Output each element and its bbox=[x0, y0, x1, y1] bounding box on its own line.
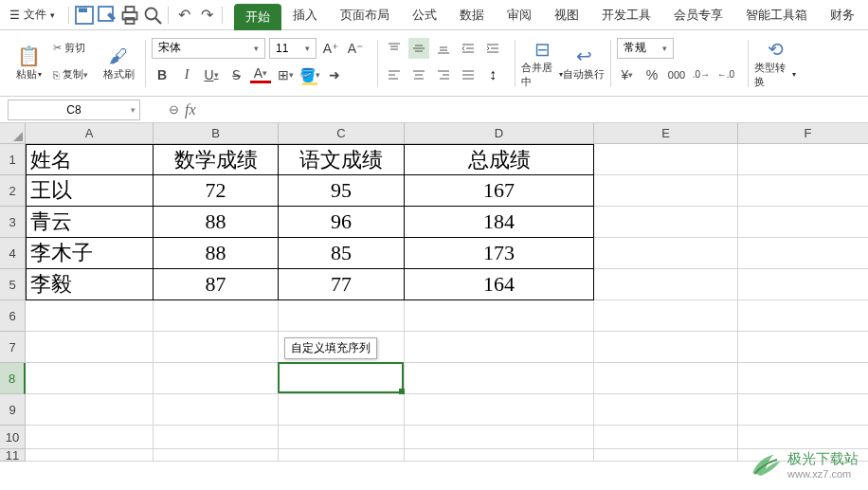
save-as-icon[interactable] bbox=[96, 4, 118, 27]
cell-B8[interactable] bbox=[154, 363, 279, 394]
cell-A6[interactable] bbox=[26, 300, 154, 332]
copy-button[interactable]: ⎘复制▾ bbox=[49, 65, 92, 83]
cell-A3[interactable]: 青云 bbox=[26, 207, 154, 238]
tab-data[interactable]: 数据 bbox=[448, 0, 496, 29]
number-format-select[interactable]: 常规▾ bbox=[617, 38, 674, 59]
row-header-11[interactable]: 11 bbox=[0, 449, 26, 462]
print-preview-icon[interactable] bbox=[141, 4, 164, 27]
cell-C3[interactable]: 96 bbox=[279, 207, 405, 238]
cell-A5[interactable]: 李毅 bbox=[26, 269, 154, 300]
row-header-7[interactable]: 7 bbox=[0, 332, 26, 363]
redo-icon[interactable]: ↷ bbox=[195, 4, 218, 27]
cell-E10[interactable] bbox=[594, 426, 738, 449]
cut-button[interactable]: ✂剪切 bbox=[49, 39, 89, 57]
cell-B3[interactable]: 88 bbox=[154, 207, 279, 238]
cell-A4[interactable]: 李木子 bbox=[26, 238, 154, 269]
cell-B4[interactable]: 88 bbox=[154, 238, 279, 269]
tab-dev[interactable]: 开发工具 bbox=[590, 0, 662, 29]
bold-button[interactable]: B bbox=[152, 64, 172, 85]
save-icon[interactable] bbox=[73, 4, 96, 27]
tab-review[interactable]: 审阅 bbox=[496, 0, 543, 29]
col-header-E[interactable]: E bbox=[594, 123, 738, 144]
borders-button[interactable]: ⊞▾ bbox=[275, 64, 296, 85]
decrease-font-icon[interactable]: A⁻ bbox=[345, 38, 366, 59]
cell-F2[interactable] bbox=[738, 175, 868, 207]
cell-A10[interactable] bbox=[26, 426, 154, 449]
wrap-text-button[interactable]: ↩ 自动换行 bbox=[563, 35, 605, 92]
row-header-9[interactable]: 9 bbox=[0, 394, 26, 426]
formula-input[interactable] bbox=[206, 100, 868, 120]
undo-icon[interactable]: ↶ bbox=[172, 4, 195, 27]
cell-D5[interactable]: 164 bbox=[405, 269, 594, 300]
tab-formula[interactable]: 公式 bbox=[401, 0, 448, 29]
cell-E11[interactable] bbox=[594, 449, 738, 462]
cell-D11[interactable] bbox=[405, 449, 594, 462]
tab-start[interactable]: 开始 bbox=[234, 4, 281, 30]
format-painter-button[interactable]: 🖌 格式刷 bbox=[98, 35, 139, 92]
cell-D4[interactable]: 173 bbox=[405, 238, 594, 269]
cell-D10[interactable] bbox=[405, 426, 594, 449]
type-convert-button[interactable]: ⟲ 类型转换▾ bbox=[754, 35, 796, 92]
cell-C4[interactable]: 85 bbox=[279, 238, 405, 269]
tab-insert[interactable]: 插入 bbox=[281, 0, 329, 29]
cell-C6[interactable] bbox=[279, 300, 405, 332]
cell-B6[interactable] bbox=[154, 300, 279, 332]
cell-F6[interactable] bbox=[738, 300, 868, 332]
cell-E3[interactable] bbox=[594, 207, 738, 238]
cell-B1[interactable]: 数学成绩 bbox=[154, 144, 279, 175]
row-header-1[interactable]: 1 bbox=[0, 144, 26, 175]
cell-A9[interactable] bbox=[26, 394, 154, 426]
cell-F3[interactable] bbox=[738, 207, 868, 238]
row-header-8[interactable]: 8 bbox=[0, 363, 26, 394]
fill-color-button[interactable]: 🪣▾ bbox=[299, 64, 320, 85]
col-header-A[interactable]: A bbox=[26, 123, 154, 144]
cell-E4[interactable] bbox=[594, 238, 738, 269]
cell-C11[interactable] bbox=[279, 449, 405, 462]
increase-decimal-icon[interactable]: .0→ bbox=[691, 64, 712, 85]
cell-A2[interactable]: 王以 bbox=[26, 175, 154, 207]
cell-A11[interactable] bbox=[26, 449, 154, 462]
tab-member[interactable]: 会员专享 bbox=[662, 0, 734, 29]
fx-icon[interactable]: fx bbox=[185, 101, 196, 118]
font-name-select[interactable]: 宋体▾ bbox=[152, 38, 265, 59]
cell-E6[interactable] bbox=[594, 300, 738, 332]
cell-D8[interactable] bbox=[405, 363, 594, 394]
cell-D2[interactable]: 167 bbox=[405, 175, 594, 207]
decrease-decimal-icon[interactable]: ←.0 bbox=[715, 64, 736, 85]
phonetic-button[interactable]: ➜ bbox=[324, 64, 345, 85]
cell-reference-box[interactable]: C8 ▾ bbox=[8, 100, 140, 120]
cell-F1[interactable] bbox=[738, 144, 868, 175]
merge-center-button[interactable]: ⊟ 合并居中▾ bbox=[521, 35, 563, 92]
cell-B2[interactable]: 72 bbox=[154, 175, 279, 207]
cell-F5[interactable] bbox=[738, 269, 868, 300]
indent-decrease-icon[interactable] bbox=[458, 38, 479, 59]
cell-F4[interactable] bbox=[738, 238, 868, 269]
cell-C2[interactable]: 95 bbox=[279, 175, 405, 207]
col-header-B[interactable]: B bbox=[154, 123, 279, 144]
tab-view[interactable]: 视图 bbox=[543, 0, 590, 29]
align-bottom-icon[interactable] bbox=[433, 38, 454, 59]
select-all-corner[interactable] bbox=[0, 123, 26, 144]
cell-A8[interactable] bbox=[26, 363, 154, 394]
cell-E2[interactable] bbox=[594, 175, 738, 207]
file-menu[interactable]: ☰ 文件 ▾ bbox=[0, 0, 64, 29]
cell-C9[interactable] bbox=[279, 394, 405, 426]
cell-B5[interactable]: 87 bbox=[154, 269, 279, 300]
tab-finance[interactable]: 财务 bbox=[819, 0, 866, 29]
cell-D3[interactable]: 184 bbox=[405, 207, 594, 238]
cell-F8[interactable] bbox=[738, 363, 868, 394]
tab-pagelayout[interactable]: 页面布局 bbox=[329, 0, 401, 29]
cell-F9[interactable] bbox=[738, 394, 868, 426]
cell-B9[interactable] bbox=[154, 394, 279, 426]
cell-C8[interactable] bbox=[279, 363, 405, 394]
cell-E5[interactable] bbox=[594, 269, 738, 300]
justify-icon[interactable] bbox=[458, 64, 479, 85]
row-header-2[interactable]: 2 bbox=[0, 175, 26, 207]
cell-E1[interactable] bbox=[594, 144, 738, 175]
underline-button[interactable]: U▾ bbox=[201, 64, 222, 85]
cell-A7[interactable] bbox=[26, 332, 154, 363]
cell-E9[interactable] bbox=[594, 394, 738, 426]
cell-D9[interactable] bbox=[405, 394, 594, 426]
cell-F10[interactable] bbox=[738, 426, 868, 449]
currency-icon[interactable]: ¥▾ bbox=[617, 64, 638, 85]
